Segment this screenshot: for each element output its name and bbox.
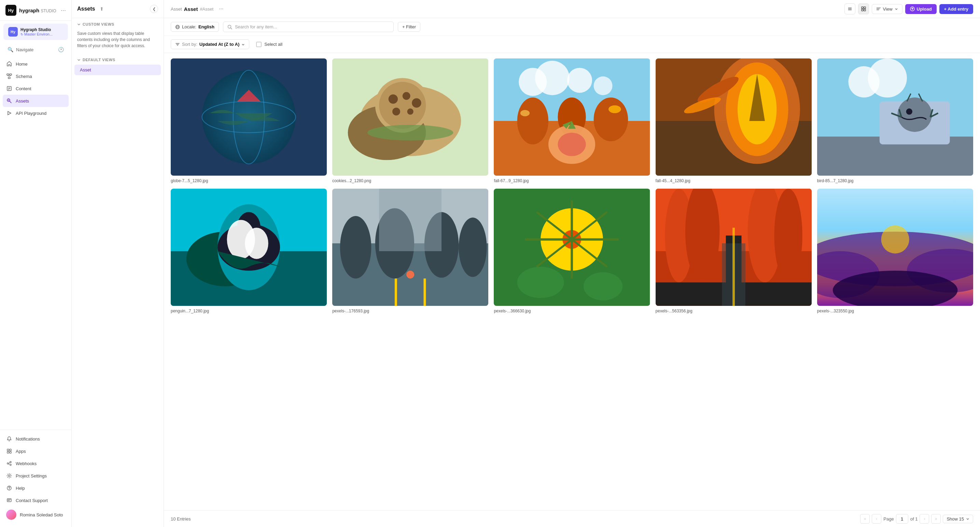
toolbar: Locale: English Search for any item... +… [164,18,980,36]
user-section[interactable]: Hy Hygraph Studio ↻ Master Environ... [3,24,68,40]
bell-icon [6,436,12,442]
show-select[interactable]: Show 15 [943,515,973,523]
collapse-panel-button[interactable]: ❮ [150,5,158,13]
svg-point-18 [9,489,10,490]
next-page-button[interactable]: › [920,514,929,524]
clock-icon: 🕐 [58,47,64,52]
header-actions: View Upload + Add entry [845,3,973,14]
svg-point-74 [868,58,907,97]
custom-views-section-header[interactable]: CUSTOM VIEWS [72,18,164,28]
support-icon [6,497,12,503]
last-page-button[interactable]: » [931,514,941,524]
search-box[interactable]: Search for any item... [223,22,394,32]
gallery-item-5[interactable]: bird-85...7_1280.jpg [817,58,973,183]
sidebar-item-project-settings[interactable]: Project Settings [3,470,68,482]
default-views-section-header[interactable]: DEFAULT VIEWS [72,54,164,64]
sort-button[interactable]: Sort by: Updated At (Z to A) [171,39,249,49]
sidebar-item-help[interactable]: Help [3,482,68,494]
svg-point-56 [594,77,612,95]
gallery-area: globe-7...5_1280.jpg [164,53,980,510]
locale-value: English [198,24,215,29]
navigate-label: Navigate [16,47,55,52]
locale-button[interactable]: Locale: English [171,22,219,32]
more-options-button[interactable]: ··· [217,5,225,13]
breadcrumb: Asset Asset #Asset [171,6,213,12]
sidebar-item-content[interactable]: Content [3,82,68,95]
svg-point-63 [608,105,621,113]
gallery-item-3[interactable]: fall-67...9_1280.jpg [494,58,650,183]
locale-label: Locale: [182,24,196,29]
page-input[interactable] [896,514,908,524]
help-icon [6,485,12,491]
svg-point-16 [8,475,10,477]
breadcrumb-parent[interactable]: Asset [171,6,182,12]
avatar [6,509,16,520]
item-name-4: fall-45...4_1280.jpg [655,179,812,183]
export-icon[interactable]: ⬆ [100,6,104,12]
total-pages: of 1 [910,516,918,522]
svg-point-58 [517,97,548,144]
user-name: Hygraph Studio [21,27,63,32]
item-name-2: cookies...2_1280.png [332,179,488,183]
more-options-icon[interactable]: ··· [61,7,66,14]
sidebar-item-api-playground[interactable]: API Playground [3,107,68,119]
api-icon [6,110,12,116]
middle-panel-title: Assets [77,6,95,12]
svg-point-92 [459,217,487,277]
item-name-8: pexels-...366630.jpg [494,308,650,313]
svg-rect-10 [10,449,11,451]
sort-prefix: Sort by: [182,42,197,47]
svg-rect-26 [864,9,865,11]
gallery-item-7[interactable]: pexels-...176593.jpg [332,188,488,313]
schema-icon [6,73,12,79]
logo-name: hygraph [19,8,39,13]
svg-point-48 [412,98,421,108]
gallery-item-4[interactable]: fall-45...4_1280.jpg [655,58,812,183]
svg-rect-24 [864,7,865,8]
sidebar-item-contact-support[interactable]: Contact Support [3,494,68,506]
select-all-checkbox[interactable] [256,42,262,47]
item-name-7: pexels-...176593.jpg [332,308,488,313]
gallery-item-9[interactable]: pexels-...563356.jpg [655,188,812,313]
gallery-item-6[interactable]: penguin...7_1280.jpg [171,188,327,313]
sidebar-item-home[interactable]: Home [3,58,68,70]
view-item-asset[interactable]: Asset [75,65,161,75]
gallery-item-2[interactable]: cookies...2_1280.png [332,58,488,183]
breadcrumb-current: Asset [184,6,198,12]
gallery-item-10[interactable]: pexels-...323550.jpg [817,188,973,313]
sidebar-item-assets[interactable]: Assets [3,95,68,107]
gallery-item-8[interactable]: pexels-...366630.jpg [494,188,650,313]
entries-count: 10 Entries [171,516,858,522]
grid-view-button[interactable] [858,3,869,14]
prev-page-button[interactable]: ‹ [872,514,881,524]
svg-rect-2 [8,77,10,78]
svg-point-14 [10,462,11,463]
pagination-controls: « ‹ Page of 1 › » [860,514,941,524]
svg-rect-25 [862,9,863,11]
select-all[interactable]: Select all [256,42,282,47]
sidebar-item-notifications[interactable]: Notifications [3,433,68,445]
svg-point-108 [517,267,564,298]
sidebar-item-schema[interactable]: Schema [3,70,68,82]
gallery-item-1[interactable]: globe-7...5_1280.jpg [171,58,327,183]
thumbnail-5 [817,58,973,176]
thumbnail-3 [494,58,650,176]
svg-rect-0 [7,74,9,75]
home-icon [6,61,12,67]
list-view-button[interactable] [845,3,855,14]
view-button[interactable]: View [872,4,902,14]
svg-point-109 [584,272,622,300]
first-page-button[interactable]: « [860,514,870,524]
logo-mark: Hy [5,5,16,16]
upload-button[interactable]: Upload [905,4,937,14]
svg-line-35 [231,28,232,29]
sidebar-item-apps[interactable]: Apps [3,445,68,457]
svg-marker-8 [8,112,11,115]
user-profile[interactable]: Romina Soledad Soto [3,506,68,523]
thumbnail-8 [494,188,650,306]
navigate-search[interactable]: 🔍 Navigate 🕐 [3,44,68,55]
sidebar-item-webhooks[interactable]: Webhooks [3,457,68,470]
add-entry-button[interactable]: + Add entry [939,4,973,14]
svg-rect-95 [424,278,426,306]
filter-button[interactable]: + Filter [398,22,420,32]
